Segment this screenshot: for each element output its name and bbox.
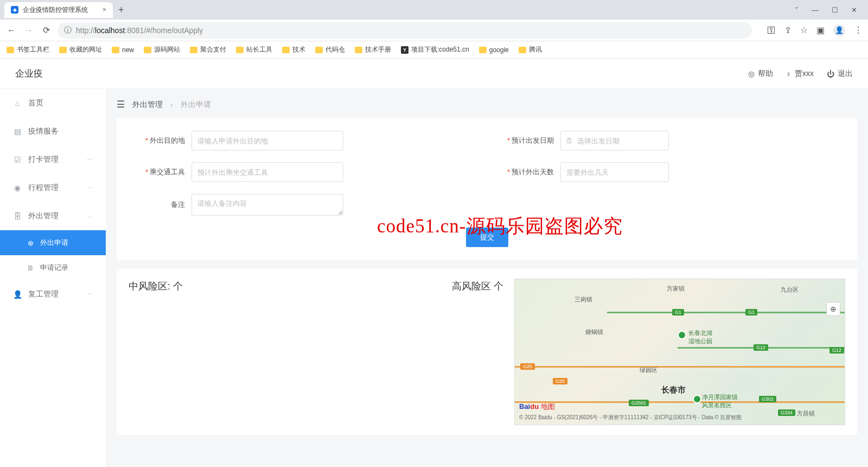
sidebar-sub-out-record[interactable]: 🗎申请记录: [0, 255, 106, 280]
main-content: ☰ 外出管理 › 外出申请 *外出目的地 *预计出发日期 🗓: [106, 89, 868, 467]
sidebar-item-checkin[interactable]: ☑打卡管理﹀: [0, 146, 106, 174]
extensions-icon[interactable]: ▣: [816, 25, 825, 35]
address-bar: ← → ⟳ ⓘ http://localhost:8081/#/home/out…: [0, 20, 868, 41]
share-icon[interactable]: ⇪: [784, 25, 792, 35]
logout-link[interactable]: ⏻退出: [827, 69, 853, 79]
bookmark[interactable]: 技术手册: [355, 45, 391, 54]
briefcase-icon: 🗄: [13, 212, 22, 220]
user-menu[interactable]: ♀贾xxx: [786, 69, 814, 79]
map-locate-button[interactable]: ⊕: [826, 302, 840, 316]
logout-icon: ⏻: [827, 70, 834, 78]
sidebar-item-home[interactable]: ⌂首页: [0, 89, 106, 117]
input-note[interactable]: [192, 194, 343, 216]
map-marker-icon: [693, 395, 701, 403]
calendar-icon: 🗓: [566, 137, 573, 145]
bookmark[interactable]: 腾讯: [519, 45, 542, 54]
risk-card: 中风险区: 个 高风险区 个 三岗镇 烧锅镇 方家镇 九台区 绿园区: [117, 269, 857, 435]
profile-icon[interactable]: 👤: [833, 24, 845, 36]
close-window-icon[interactable]: ✕: [851, 6, 857, 14]
tab-bar: ◆ 企业疫情防控管理系统 × + ˅ — ☐ ✕: [0, 0, 868, 20]
bookmark[interactable]: google: [479, 46, 509, 54]
map-logo: Baidu 地图: [519, 402, 555, 412]
bookmark[interactable]: Y项目下载:code51.cn: [401, 45, 469, 54]
check-icon: ☑: [13, 155, 22, 164]
chevron-down-icon[interactable]: ˅: [795, 6, 799, 14]
chevron-right-icon: ›: [170, 100, 173, 109]
bookmark[interactable]: 源码网站: [144, 45, 180, 54]
bookmark[interactable]: 代码仓: [315, 45, 345, 54]
site-icon: Y: [401, 46, 409, 54]
sidebar-sub-out-apply[interactable]: ⊕外出申请: [0, 230, 106, 255]
tab-title: 企业疫情防控管理系统: [23, 5, 88, 15]
form-card: *外出目的地 *预计出发日期 🗓 *乘交通工具: [117, 118, 857, 260]
input-vehicle[interactable]: [192, 162, 343, 182]
chevron-down-icon: ﹀: [87, 184, 93, 192]
bookmark[interactable]: 收藏的网址: [59, 45, 102, 54]
help-icon: ◎: [748, 70, 755, 78]
mid-risk-label: 中风险区: 个: [129, 280, 183, 425]
user-icon: 👤: [13, 290, 22, 299]
input-days[interactable]: [560, 162, 669, 182]
chevron-up-icon: ︿: [87, 212, 93, 220]
shield-icon: ◆: [11, 6, 18, 14]
home-icon: ⌂: [13, 99, 22, 108]
browser-chrome: ◆ 企业疫情防控管理系统 × + ˅ — ☐ ✕ ← → ⟳ ⓘ http://…: [0, 0, 868, 59]
reload-button[interactable]: ⟳: [40, 25, 52, 35]
label-date: *预计出发日期: [495, 136, 560, 146]
folder-icon: [7, 47, 14, 53]
back-button[interactable]: ←: [5, 26, 17, 35]
folder-icon: [519, 47, 526, 53]
key-icon[interactable]: ⚿: [767, 26, 776, 35]
sidebar-item-trip[interactable]: ◉行程管理﹀: [0, 174, 106, 202]
new-tab-button[interactable]: +: [118, 4, 124, 16]
bookmarks-bar: 书签工具栏 收藏的网址 new 源码网站 聚合支付 站长工具 技术 代码仓 技术…: [0, 41, 868, 59]
sidebar-item-out[interactable]: 🗄外出管理︿: [0, 202, 106, 230]
map[interactable]: 三岗镇 烧锅镇 方家镇 九台区 绿园区 方昌镇 长春北湖 湿地公园 净月潭国家级…: [514, 279, 845, 425]
forward-button[interactable]: →: [23, 26, 35, 35]
label-note: 备注: [126, 200, 192, 210]
bookmark[interactable]: 站长工具: [236, 45, 272, 54]
pin-icon: ◉: [13, 184, 22, 192]
bookmark[interactable]: 聚合支付: [190, 45, 226, 54]
maximize-icon[interactable]: ☐: [832, 6, 838, 14]
menu-icon[interactable]: ⋮: [854, 25, 863, 35]
input-date[interactable]: [560, 131, 669, 150]
bookmark[interactable]: 技术: [282, 45, 305, 54]
user-icon: ♀: [786, 70, 792, 78]
app-logo: 企业疫: [15, 67, 43, 80]
app-header: 企业疫 ◎帮助 ♀贾xxx ⏻退出: [0, 59, 868, 89]
folder-icon: [315, 47, 323, 53]
folder-icon: [282, 47, 290, 53]
input-destination[interactable]: [192, 131, 343, 150]
chevron-down-icon: ﹀: [87, 156, 93, 164]
browser-tab[interactable]: ◆ 企业疫情防控管理系统 ×: [4, 2, 113, 18]
addr-actions: ⚿ ⇪ ☆ ▣ 👤 ⋮: [767, 24, 863, 36]
folder-icon: [236, 47, 244, 53]
close-icon[interactable]: ×: [103, 6, 106, 14]
breadcrumb-item[interactable]: 外出管理: [132, 100, 163, 110]
star-icon[interactable]: ☆: [800, 25, 808, 35]
menu-toggle-icon[interactable]: ☰: [117, 99, 125, 110]
breadcrumb: ☰ 外出管理 › 外出申请: [117, 99, 857, 110]
monitor-icon: ▤: [13, 127, 22, 136]
folder-icon: [479, 47, 487, 53]
label-days: *预计外出天数: [495, 167, 560, 177]
folder-icon: [112, 47, 119, 53]
bookmark[interactable]: 书签工具栏: [7, 45, 49, 54]
folder-icon: [144, 47, 151, 53]
submit-button[interactable]: 提交: [466, 228, 508, 247]
plus-icon: ⊕: [26, 239, 35, 247]
folder-icon: [190, 47, 197, 53]
url-input[interactable]: ⓘ http://localhost:8081/#/home/outApply: [58, 22, 752, 39]
minimize-icon[interactable]: —: [812, 6, 819, 14]
sidebar-item-epidemic[interactable]: ▤疫情服务: [0, 117, 106, 146]
bookmark[interactable]: new: [112, 46, 134, 54]
label-destination: *外出目的地: [126, 136, 192, 146]
breadcrumb-current: 外出申请: [181, 100, 211, 110]
chevron-down-icon: ﹀: [87, 291, 93, 299]
doc-icon: 🗎: [26, 264, 35, 272]
sidebar-item-resume[interactable]: 👤复工管理﹀: [0, 280, 106, 308]
high-risk-label: 高风险区 个: [452, 280, 503, 425]
help-link[interactable]: ◎帮助: [748, 69, 773, 79]
map-city-label: 长春市: [661, 385, 686, 395]
